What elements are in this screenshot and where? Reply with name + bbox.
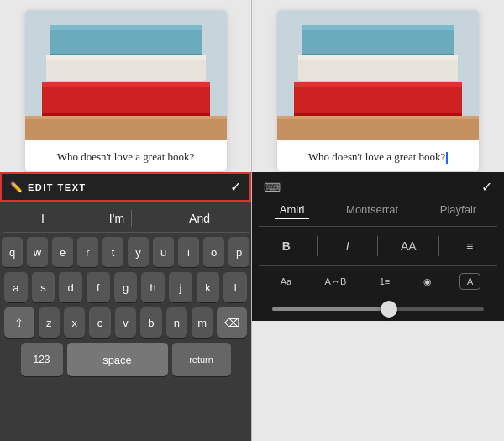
format-toolbar: ⌨ ✓ Amiri Montserrat Playfair B I AA ≡ A… [252,172,504,321]
left-caption: Who doesn't love a great book? [25,144,227,171]
suggestion-and[interactable]: And [182,210,217,227]
format-checkmark[interactable]: ✓ [481,179,492,195]
slider-track[interactable] [272,307,484,311]
edit-toolbar[interactable]: ✏️ EDIT TEXT ✓ [0,172,251,202]
key-g[interactable]: g [114,272,138,302]
bg-label: A [467,276,473,286]
key-p[interactable]: p [228,237,249,267]
suggestion-im[interactable]: I'm [102,210,132,227]
svg-rect-20 [294,82,462,87]
slider-fill [272,307,389,311]
key-l[interactable]: l [223,272,247,302]
key-n[interactable]: n [166,307,187,338]
svg-rect-9 [42,113,210,116]
right-panel: Who doesn't love a great book? ⌨ ✓ Amiri… [252,0,504,441]
key-t[interactable]: t [102,237,123,267]
key-row-1: q w e r t y u i o p [4,237,247,267]
keyboard-area: I I'm And q w e r t y u i o p a s d [0,202,251,441]
letter-spacing-button[interactable]: A↔B [320,274,352,289]
key-e[interactable]: e [52,237,73,267]
key-q[interactable]: q [2,237,23,267]
svg-rect-5 [46,55,206,60]
color-button[interactable]: ◉ [418,274,437,290]
key-row-3: ⇧ z x c v b n m ⌫ [4,307,247,338]
suggestion-i[interactable]: I [34,210,51,227]
key-y[interactable]: y [128,237,149,267]
toolbar-checkmark[interactable]: ✓ [230,179,241,195]
font-size-label: Aa [281,276,291,286]
font-size-button[interactable]: Aa [276,274,297,289]
key-z[interactable]: z [39,307,60,338]
book-image-right [277,10,479,140]
key-space[interactable]: space [67,343,168,376]
right-card: Who doesn't love a great book? [277,10,479,171]
key-a[interactable]: a [4,272,28,302]
svg-rect-16 [298,55,458,84]
divider-3 [438,236,439,256]
caption-text-content: Who doesn't love a great book? [308,150,446,163]
format-top-row: ⌨ ✓ [259,176,497,198]
key-s[interactable]: s [32,272,55,302]
key-o[interactable]: o [203,237,224,267]
font-row: Amiri Montserrat Playfair [259,198,497,227]
key-m[interactable]: m [192,307,213,338]
key-j[interactable]: j [169,272,192,302]
svg-rect-22 [277,116,479,140]
italic-button[interactable]: I [333,234,363,259]
key-k[interactable]: k [197,272,220,302]
key-v[interactable]: v [115,307,136,338]
svg-rect-4 [46,55,206,84]
svg-rect-23 [277,116,479,119]
letter-spacing-label: A↔B [325,276,347,286]
allcaps-button[interactable]: AA [393,234,423,259]
font-amiri[interactable]: Amiri [275,202,310,219]
keyboard-icon[interactable]: ⌨ [264,181,281,194]
slider-thumb[interactable] [381,301,397,318]
color-icon: ◉ [423,276,432,287]
svg-rect-11 [25,116,227,119]
right-caption: Who doesn't love a great book? [277,144,479,171]
slider-row [259,297,497,318]
line-height-button[interactable]: 1≡ [375,274,396,289]
key-c[interactable]: c [89,307,110,338]
key-x[interactable]: x [64,307,85,338]
edit-toolbar-label: EDIT TEXT [28,182,230,192]
text-background-button[interactable]: A [459,273,480,290]
svg-rect-14 [302,25,454,30]
key-row-4: 123 space return [4,343,247,376]
key-numbers[interactable]: 123 [21,343,63,376]
left-card: Who doesn't love a great book? [25,10,227,171]
suggestions-row: I I'm And [3,207,249,233]
divider-1 [317,236,318,256]
book-image-left [25,10,227,140]
key-h[interactable]: h [141,272,165,302]
key-backspace[interactable]: ⌫ [217,307,247,338]
style-row: B I AA ≡ [259,227,497,266]
key-r[interactable]: r [77,237,98,267]
bold-button[interactable]: B [271,234,302,259]
svg-rect-10 [25,116,227,140]
text-cursor [446,152,448,164]
svg-rect-2 [50,25,202,30]
key-u[interactable]: u [153,237,174,267]
key-return[interactable]: return [172,343,231,376]
divider-2 [377,236,378,256]
svg-rect-8 [42,82,210,87]
key-w[interactable]: w [27,237,48,267]
key-b[interactable]: b [140,307,161,338]
key-d[interactable]: d [59,272,82,302]
options-row: Aa A↔B 1≡ ◉ A [259,266,497,297]
align-button[interactable]: ≡ [454,234,485,259]
font-playfair[interactable]: Playfair [435,202,481,219]
line-height-label: 1≡ [380,276,391,286]
left-panel: Who doesn't love a great book? ✏️ EDIT T… [0,0,252,441]
key-i[interactable]: i [178,237,199,267]
font-montserrat[interactable]: Montserrat [341,202,403,219]
svg-rect-21 [294,113,462,116]
key-row-2: a s d f g h j k l [4,272,247,302]
svg-rect-17 [298,55,458,60]
pencil-icon: ✏️ [10,181,23,193]
key-shift[interactable]: ⇧ [4,307,34,338]
keys-area: q w e r t y u i o p a s d f g h j k [3,237,249,376]
key-f[interactable]: f [87,272,110,302]
